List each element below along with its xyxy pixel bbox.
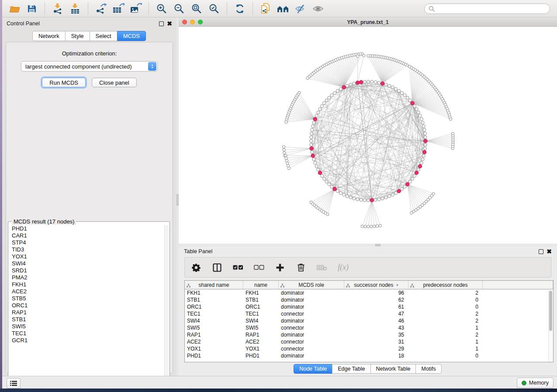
refresh-icon[interactable] (232, 2, 248, 16)
show-all-icon[interactable] (310, 2, 326, 16)
table-cell[interactable]: 61 (344, 304, 408, 310)
table-cell[interactable]: 0 (408, 304, 483, 310)
table-cell[interactable]: dominator (279, 297, 344, 303)
table-cell[interactable]: PHD1 (243, 353, 279, 359)
table-cell[interactable]: TEC1 (243, 311, 279, 317)
table-cell[interactable]: 46 (344, 318, 408, 324)
result-node-item[interactable]: FKH1 (9, 281, 165, 288)
table-row[interactable]: PHD1PHD1dominator180 (185, 352, 553, 359)
table-row[interactable]: TEC1TEC1connector472 (185, 310, 553, 317)
table-cell[interactable]: dominator (279, 332, 344, 338)
table-cell[interactable]: ORC1 (243, 304, 279, 310)
table-cell[interactable]: dominator (279, 290, 344, 296)
table-row[interactable]: FKH1FKH1dominator962 (185, 289, 553, 296)
clear-table-icon[interactable] (317, 262, 327, 273)
search-input[interactable] (437, 5, 546, 12)
tab-style[interactable]: Style (65, 31, 90, 41)
table-cell[interactable]: 0 (408, 297, 483, 303)
open-session-icon[interactable] (7, 2, 22, 16)
import-table-icon[interactable] (67, 2, 83, 16)
tab-mcds[interactable]: MCDS (117, 31, 146, 41)
table-cell[interactable]: SWI4 (185, 318, 243, 324)
result-node-item[interactable]: GCR1 (9, 337, 165, 344)
table-cell[interactable]: TEC1 (185, 311, 243, 317)
table-cell[interactable]: connector (279, 339, 344, 345)
result-node-item[interactable]: CAR1 (9, 232, 165, 239)
horizontal-splitter[interactable] (179, 244, 557, 247)
table-settings-gear-icon[interactable] (191, 262, 201, 273)
column-header-MCDS-role[interactable]: MCDS role (279, 281, 344, 289)
zoom-in-icon[interactable] (154, 2, 170, 16)
close-table-panel-icon[interactable]: ✖ (547, 249, 552, 254)
result-node-item[interactable]: ORC1 (9, 302, 165, 309)
result-node-item[interactable]: PMA2 (9, 274, 165, 281)
tab-network[interactable]: Network (32, 31, 66, 41)
table-cell[interactable]: connector (279, 311, 344, 317)
table-cell[interactable]: 47 (344, 311, 408, 317)
table-cell[interactable]: RAP1 (185, 332, 243, 338)
float-table-panel-icon[interactable] (539, 249, 543, 254)
table-row[interactable]: SWI4SWI4dominator462 (185, 317, 553, 324)
table-scrollbar-thumb[interactable] (549, 291, 552, 331)
deselect-all-icon[interactable] (254, 262, 264, 273)
table-cell[interactable]: dominator (279, 304, 344, 310)
export-table-icon[interactable] (111, 2, 126, 16)
table-cell[interactable]: 2 (408, 311, 483, 317)
result-node-item[interactable]: STB1 (9, 316, 165, 323)
fit-content-icon[interactable] (189, 2, 204, 16)
zoom-selected-icon[interactable] (206, 2, 222, 16)
table-cell[interactable]: 1 (408, 325, 483, 331)
close-panel-button[interactable]: Close panel (92, 78, 137, 87)
table-cell[interactable]: STB1 (185, 297, 243, 303)
table-row[interactable]: ACE2ACE2connector311 (185, 338, 553, 345)
table-cell[interactable]: connector (279, 325, 344, 331)
table-cell[interactable]: 2 (408, 332, 483, 338)
tab-select[interactable]: Select (90, 31, 118, 41)
zoom-out-icon[interactable] (171, 2, 187, 16)
export-network-icon[interactable] (93, 2, 109, 16)
add-column-icon[interactable] (275, 262, 285, 273)
table-cell[interactable]: ACE2 (243, 339, 279, 345)
table-cell[interactable]: SWI4 (243, 318, 279, 324)
select-all-icon[interactable] (233, 262, 243, 273)
close-panel-icon[interactable]: ✖ (167, 21, 172, 26)
result-node-item[interactable]: SWI5 (9, 323, 165, 330)
optimization-criterion-select[interactable]: largest connected component (undirected)… (21, 61, 158, 72)
table-cell[interactable]: 18 (344, 353, 408, 359)
save-session-icon[interactable] (24, 2, 40, 16)
result-node-item[interactable]: ACE2 (9, 288, 165, 295)
table-cell[interactable]: 1 (408, 339, 483, 345)
export-image-icon[interactable] (128, 2, 144, 16)
column-header-name[interactable]: name (243, 281, 279, 289)
table-cell[interactable]: FKH1 (243, 290, 279, 296)
table-cell[interactable]: dominator (279, 353, 344, 359)
result-node-item[interactable]: TEC1 (9, 330, 165, 337)
table-scrollbar[interactable] (548, 290, 553, 362)
clone-network-icon[interactable] (258, 2, 273, 16)
tab-motifs[interactable]: Motifs (415, 364, 441, 374)
result-node-item[interactable]: PHD1 (9, 225, 165, 232)
table-cell[interactable]: 1 (408, 346, 483, 352)
table-row[interactable]: YOX1YOX1connector291 (185, 345, 553, 352)
run-mcds-button[interactable]: Run MCDS (42, 78, 86, 87)
column-header-shared-name[interactable]: shared name (185, 281, 243, 289)
table-cell[interactable]: ACE2 (185, 339, 243, 345)
show-panels-list-button[interactable] (7, 378, 21, 389)
table-cell[interactable]: connector (279, 346, 344, 352)
tab-network-table[interactable]: Network Table (370, 364, 416, 374)
table-cell[interactable]: SWI5 (243, 325, 279, 331)
table-cell[interactable]: PHD1 (185, 353, 243, 359)
horizontal-splitter-handle[interactable] (375, 244, 381, 246)
table-cell[interactable]: 35 (344, 332, 408, 338)
table-cell[interactable]: ORC1 (185, 304, 243, 310)
node-table[interactable]: shared namenameMCDS rolesuccessor nodes▾… (184, 280, 554, 362)
column-header-predecessor-nodes[interactable]: predecessor nodes (408, 281, 483, 289)
column-header-successor-nodes[interactable]: successor nodes▾ (344, 281, 408, 289)
table-cell[interactable]: 29 (344, 346, 408, 352)
table-row[interactable]: SWI5SWI5connector431 (185, 324, 553, 331)
result-node-item[interactable]: YOX1 (9, 253, 165, 260)
function-builder-icon[interactable]: f(x) (338, 263, 349, 272)
table-cell[interactable]: FKH1 (185, 290, 243, 296)
search-box[interactable] (424, 3, 550, 14)
table-cell[interactable]: RAP1 (243, 332, 279, 338)
